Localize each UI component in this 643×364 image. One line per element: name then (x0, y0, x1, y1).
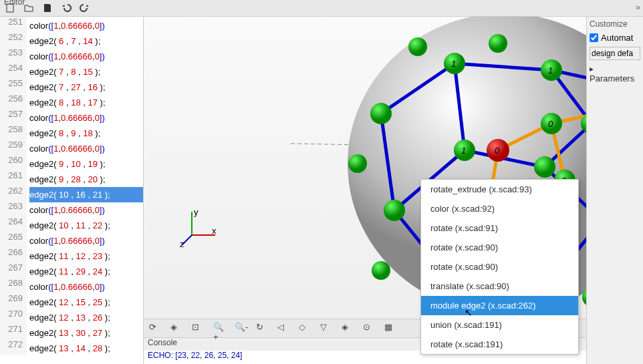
context-menu-item[interactable]: translate (x.scad:90) (421, 277, 578, 296)
code-line[interactable]: edge2( 7 , 8 , 15 ); (29, 64, 143, 79)
context-menu: rotate_extrude (x.scad:93)color (x.scad:… (420, 179, 579, 355)
svg-point-32 (372, 261, 390, 280)
reset-view-icon[interactable]: ↻ (256, 322, 269, 335)
svg-text:y: y (194, 208, 199, 217)
code-line[interactable]: edge2( 12 , 15 , 25 ); (29, 295, 143, 310)
svg-point-15 (370, 103, 392, 124)
toolbar-overflow-icon[interactable]: » (636, 3, 640, 12)
code-line[interactable]: edge2( 7 , 27 , 16 ); (29, 79, 143, 95)
preview-icon[interactable]: ⟳ (149, 322, 162, 335)
context-menu-item[interactable]: rotate_extrude (x.scad:93) (421, 180, 578, 199)
code-area[interactable]: color([1,0.66666,0])edge2( 6 , 7 , 14 );… (29, 17, 143, 356)
svg-text:x: x (212, 226, 217, 236)
customizer-title: Customize (590, 19, 640, 29)
line-gutter: 2512522532542552562572582592602612622632… (0, 17, 27, 355)
auto-checkbox[interactable]: Automat (590, 33, 640, 43)
redo-icon[interactable] (78, 1, 92, 15)
code-line[interactable]: color([1,0.66666,0]) (29, 141, 143, 156)
svg-text:0: 0 (548, 119, 553, 129)
code-line[interactable]: edge2( 10 , 11 , 22 ); (29, 218, 143, 233)
view-center-icon[interactable]: ⊙ (363, 322, 376, 335)
context-menu-item[interactable]: module edge2 (x.scad:262) (421, 296, 578, 315)
zoom-fit-icon[interactable]: ⊡ (192, 322, 205, 335)
code-line[interactable]: edge2( 11 , 12 , 23 ); (29, 248, 143, 264)
zoom-in-icon[interactable]: 🔍+ (213, 322, 227, 335)
code-line[interactable]: edge2( 13 , 14 , 28 ); (29, 341, 143, 356)
render-icon[interactable]: ◈ (170, 322, 184, 335)
svg-point-29 (408, 37, 427, 56)
preset-select[interactable]: design defa (590, 47, 640, 60)
code-line[interactable]: edge2( 8 , 9 , 18 ); (29, 126, 143, 141)
save-icon[interactable] (40, 1, 55, 15)
editor-title: Editor (4, 0, 25, 7)
context-menu-item[interactable]: rotate (x.scad:90) (421, 257, 578, 277)
context-menu-item[interactable]: color (x.scad:92) (421, 199, 578, 218)
view-front-icon[interactable]: ◇ (299, 322, 312, 335)
svg-text:1: 1 (461, 146, 466, 156)
cursor-icon: ↖ (465, 307, 473, 318)
code-line[interactable]: color([1,0.66666,0]) (29, 233, 143, 248)
context-menu-item[interactable]: rotate (x.scad:91) (421, 218, 578, 238)
perspective-icon[interactable]: ▦ (384, 322, 398, 335)
svg-point-31 (348, 154, 367, 173)
code-line[interactable]: edge2( 9 , 10 , 19 ); (29, 156, 143, 172)
editor-toolbar: Editor » (0, 0, 643, 17)
params-disclosure[interactable]: ▸ Parameters (590, 64, 640, 83)
svg-text:1: 1 (548, 65, 553, 75)
svg-text:0: 0 (495, 146, 500, 156)
undo-icon[interactable] (59, 1, 74, 15)
view-diag-icon[interactable]: ◈ (342, 322, 355, 335)
code-line[interactable]: edge2( 12 , 13 , 26 ); (29, 310, 143, 325)
customizer-panel: Customize Automat design defa ▸ Paramete… (586, 17, 643, 364)
code-line[interactable]: edge2( 9 , 28 , 20 ); (29, 172, 143, 187)
code-line[interactable]: edge2( 10 , 16 , 21 ); (29, 187, 143, 202)
code-line[interactable]: edge2( 13 , 30 , 27 ); (29, 325, 143, 341)
code-line[interactable]: edge2( 6 , 7 , 14 ); (29, 33, 143, 49)
code-line[interactable]: color([1,0.66666,0]) (29, 202, 143, 218)
code-editor[interactable]: 2512522532542552562572582592602612622632… (0, 17, 144, 364)
svg-point-16 (384, 200, 405, 221)
code-line[interactable]: color([1,0.66666,0]) (29, 110, 143, 126)
svg-text:1: 1 (451, 59, 456, 69)
svg-point-13 (534, 156, 555, 178)
svg-point-30 (489, 34, 507, 53)
code-line[interactable]: color([1,0.66666,0]) (29, 18, 143, 33)
view-left-icon[interactable]: ◁ (277, 322, 291, 335)
code-line[interactable]: color([1,0.66666,0]) (29, 49, 143, 64)
zoom-out-icon[interactable]: 🔍- (235, 322, 248, 335)
code-line[interactable]: edge2( 8 , 18 , 17 ); (29, 95, 143, 110)
context-menu-item[interactable]: rotate (x.scad:191) (421, 335, 578, 354)
view-top-icon[interactable]: ▽ (320, 322, 334, 335)
context-menu-item[interactable]: union (x.scad:191) (421, 315, 578, 335)
axis-indicator: x y z (178, 208, 219, 248)
svg-text:z: z (180, 239, 184, 248)
context-menu-item[interactable]: rotate (x.scad:90) (421, 238, 578, 257)
code-line[interactable]: edge2( 11 , 29 , 24 ); (29, 264, 143, 279)
code-line[interactable]: color([1,0.66666,0]) (29, 279, 143, 295)
